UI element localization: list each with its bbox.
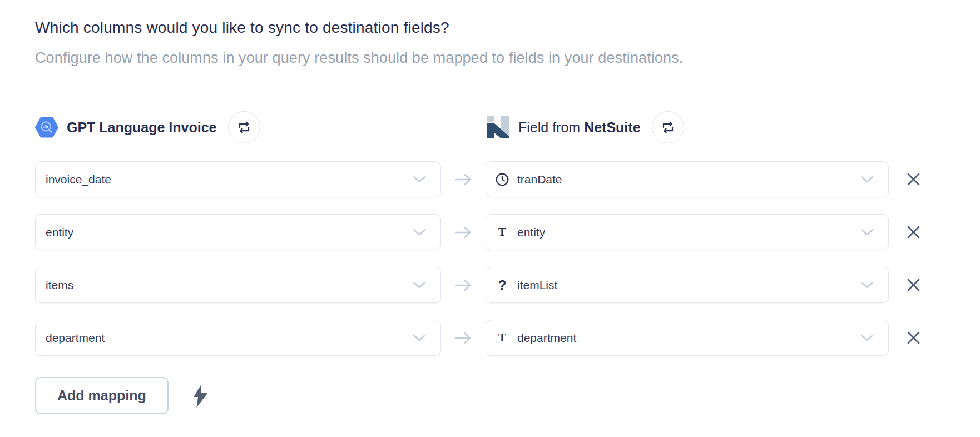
swap-destination-button[interactable] [652,111,684,143]
source-column-value: entity [46,226,413,239]
remove-mapping-button[interactable] [900,166,927,193]
swap-source-button[interactable] [228,111,260,143]
destination-field-header: Field fromNetSuite [486,111,684,143]
text-type-icon: T [495,226,509,238]
destination-field-select[interactable]: T entity [486,214,889,250]
chevron-down-icon [413,229,426,236]
destination-field-value: itemList [517,279,860,292]
destination-field-value: tranDate [517,173,860,186]
page-subtitle: Configure how the columns in your query … [35,49,683,67]
source-column-select[interactable]: department [35,320,441,356]
remove-mapping-button[interactable] [900,325,927,351]
add-mapping-button[interactable]: Add mapping [35,377,169,414]
source-name-label: GPT Language Invoice [67,120,217,136]
remove-mapping-button[interactable] [900,272,927,299]
mapping-row: items ? itemList [35,267,927,303]
source-column-value: invoice_date [46,173,413,186]
mapping-row: entity T entity [35,214,927,250]
chevron-down-icon [413,176,426,183]
footer-actions: Add mapping [35,377,212,414]
close-icon [906,330,921,345]
mapping-rows: invoice_date tranDate [35,161,927,373]
mapping-row: department T department [35,320,927,356]
column-headers: GPT Language Invoice Field from [35,111,924,143]
destination-name-label: Field fromNetSuite [518,120,641,136]
arrow-right-icon [441,278,486,292]
bigquery-icon [35,117,58,138]
close-icon [906,225,921,240]
destination-field-select[interactable]: tranDate [486,161,889,197]
chevron-down-icon [413,281,426,289]
chevron-down-icon [413,334,426,342]
arrow-right-icon [441,225,486,240]
destination-field-value: entity [517,226,860,239]
chevron-down-icon [860,229,874,236]
unknown-type-icon: ? [495,279,509,292]
source-column-select[interactable]: invoice_date [35,161,441,197]
close-icon [906,277,921,292]
chevron-down-icon [860,334,874,342]
chevron-down-icon [860,281,874,289]
arrow-right-icon [441,172,486,187]
chevron-down-icon [860,176,874,183]
mapping-row: invoice_date tranDate [35,161,927,197]
source-column-header: GPT Language Invoice [35,111,260,143]
autofill-mappings-button[interactable] [190,383,212,409]
date-type-icon [495,172,509,187]
source-column-select[interactable]: entity [35,214,441,250]
source-column-value: department [46,331,413,345]
destination-field-value: department [517,331,860,345]
destination-field-select[interactable]: T department [486,320,889,356]
column-mapping-panel: Which columns would you like to sync to … [0,0,980,437]
remove-mapping-button[interactable] [900,219,927,246]
swap-icon [661,120,675,135]
swap-icon [237,120,251,135]
lightning-icon [194,384,208,408]
close-icon [906,172,921,187]
text-type-icon: T [495,332,509,344]
destination-field-select[interactable]: ? itemList [486,267,889,303]
destination-name: NetSuite [584,120,640,135]
source-column-value: items [46,279,413,292]
destination-label-prefix: Field from [518,120,580,135]
page-title: Which columns would you like to sync to … [35,19,449,37]
source-column-select[interactable]: items [35,267,441,303]
netsuite-icon [486,116,510,138]
arrow-right-icon [441,331,486,345]
